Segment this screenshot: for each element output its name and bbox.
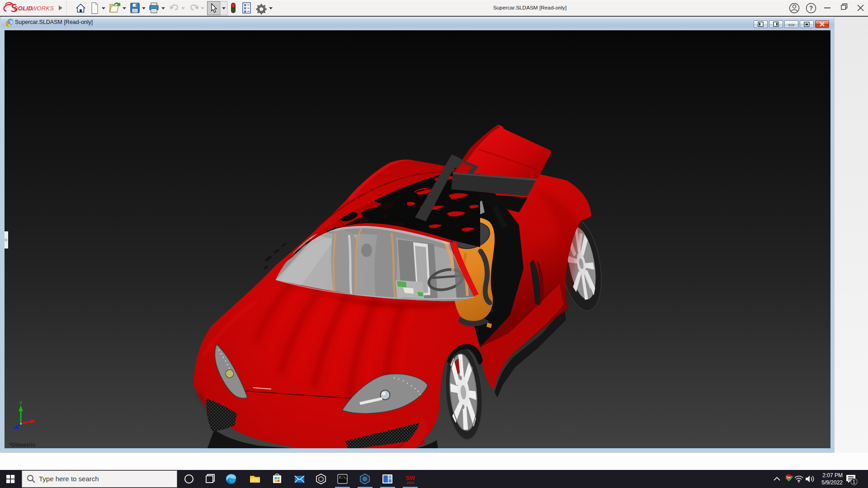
svg-text:WORKS: WORKS xyxy=(31,5,54,12)
svg-text:2021: 2021 xyxy=(406,481,415,485)
svg-text:Y: Y xyxy=(19,401,23,406)
svg-text:1: 1 xyxy=(853,479,855,484)
svg-text:?: ? xyxy=(809,5,813,12)
svg-text:SW: SW xyxy=(406,474,415,481)
svg-text:SOLID: SOLID xyxy=(14,5,33,12)
svg-text:*Dimetric: *Dimetric xyxy=(9,441,36,448)
svg-text:C:\_: C:\_ xyxy=(339,475,348,479)
